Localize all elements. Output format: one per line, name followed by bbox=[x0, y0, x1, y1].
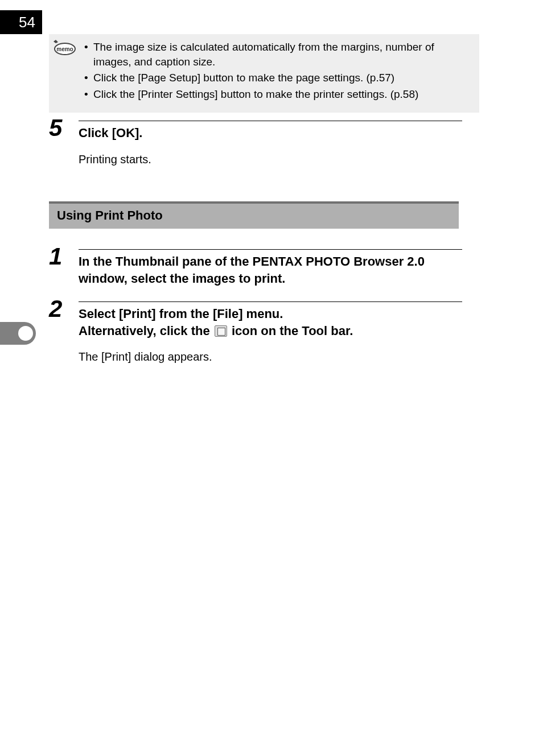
step-number: 5 bbox=[49, 116, 62, 140]
print-icon bbox=[215, 325, 227, 337]
side-tab bbox=[0, 322, 36, 345]
step-body: Printing starts. bbox=[79, 152, 462, 167]
memo-text: Click the [Page Setup] button to make th… bbox=[93, 72, 394, 84]
step-head-line1: Select [Print] from the [File] menu. bbox=[79, 307, 283, 321]
step-rule bbox=[79, 301, 462, 302]
memo-icon: memo bbox=[50, 40, 77, 56]
page-number-tab: 54 bbox=[0, 10, 42, 34]
step-body: The [Print] dialog appears. bbox=[79, 349, 462, 365]
memo-text: Click the [Printer Settings] button to m… bbox=[93, 88, 418, 100]
section-title: Using Print Photo bbox=[57, 208, 163, 222]
step-head-line2b: icon on the Tool bar. bbox=[228, 324, 353, 338]
step-2: 2 Select [Print] from the [File] menu. A… bbox=[49, 301, 462, 365]
step-5: 5 Click [OK]. Printing starts. bbox=[49, 121, 462, 167]
side-tab-circle-icon bbox=[18, 326, 33, 341]
step-heading: In the Thumbnail pane of the PENTAX PHOT… bbox=[79, 253, 462, 287]
step-rule bbox=[79, 249, 462, 250]
step-heading: Click [OK]. bbox=[79, 125, 462, 142]
step-number: 2 bbox=[49, 297, 62, 321]
step-head-line2a: Alternatively, click the bbox=[79, 324, 213, 338]
memo-list: The image size is calculated automatical… bbox=[84, 40, 471, 102]
step-number: 1 bbox=[49, 245, 62, 268]
memo-item: Click the [Printer Settings] button to m… bbox=[84, 87, 471, 102]
memo-item: Click the [Page Setup] button to make th… bbox=[84, 71, 471, 85]
step-rule bbox=[79, 121, 462, 121]
step-heading: Select [Print] from the [File] menu. Alt… bbox=[79, 305, 462, 339]
memo-item: The image size is calculated automatical… bbox=[84, 40, 471, 69]
memo-box: memo The image size is calculated automa… bbox=[49, 34, 479, 113]
manual-page: 54 memo The image size is calculated aut… bbox=[0, 0, 543, 756]
svg-text:memo: memo bbox=[56, 46, 73, 52]
page-number: 54 bbox=[19, 14, 35, 31]
step-1: 1 In the Thumbnail pane of the PENTAX PH… bbox=[49, 249, 462, 287]
section-heading: Using Print Photo bbox=[49, 201, 459, 229]
memo-text: The image size is calculated automatical… bbox=[93, 41, 434, 68]
